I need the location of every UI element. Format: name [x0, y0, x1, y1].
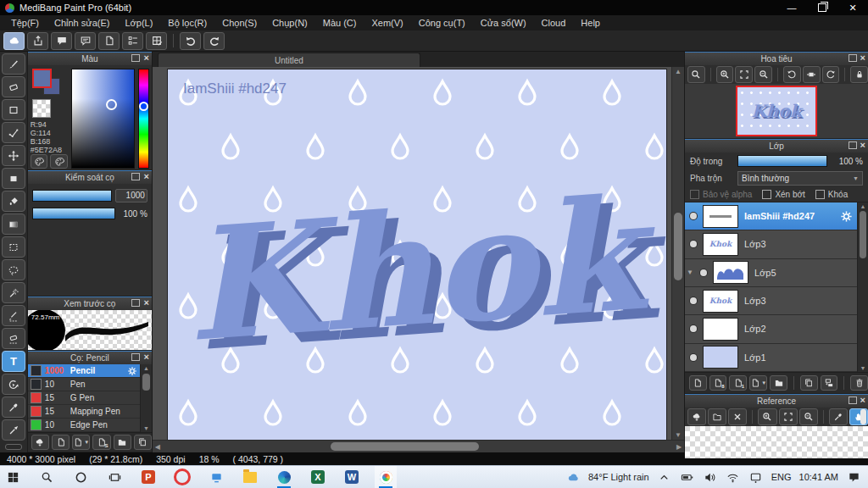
fit-window-button[interactable] — [779, 408, 798, 425]
scroll-up-icon[interactable]: ▲ — [143, 364, 149, 372]
popout-icon[interactable] — [849, 54, 857, 62]
checklist-button[interactable] — [122, 32, 143, 50]
protect-alpha-checkbox[interactable] — [690, 190, 699, 199]
clipping-checkbox[interactable] — [762, 190, 771, 199]
brush-row[interactable]: 15 G Pen — [28, 391, 140, 405]
language-indicator[interactable]: ENG — [771, 472, 792, 482]
brush-folder-button[interactable] — [114, 435, 131, 450]
search-button[interactable] — [36, 466, 58, 488]
zoom-reset-button[interactable] — [687, 66, 705, 83]
layer-visibility-dot[interactable] — [690, 354, 697, 361]
scroll-thumb[interactable] — [860, 211, 866, 258]
close-icon[interactable]: × — [143, 353, 148, 361]
document-button[interactable] — [98, 32, 120, 50]
menu-tools[interactable]: Công cụ(T) — [411, 16, 473, 30]
layer-list-scrollbar[interactable]: ▲ ▼ — [857, 202, 868, 372]
battery-button[interactable] — [680, 466, 695, 488]
horizontal-scrollbar[interactable]: ◀ ▶ — [153, 440, 684, 452]
select-eraser-tool[interactable] — [2, 328, 25, 349]
start-button[interactable] — [2, 466, 24, 488]
control-point-tool[interactable] — [2, 122, 25, 143]
scroll-down-icon[interactable]: ▼ — [143, 424, 149, 432]
duplicate-layer-button[interactable] — [800, 375, 818, 391]
scroll-left-icon[interactable]: ◀ — [153, 443, 163, 451]
volume-button[interactable] — [703, 466, 718, 488]
menu-file[interactable]: Tệp(F) — [3, 16, 47, 30]
scroll-thumb[interactable] — [674, 213, 682, 280]
redo-button[interactable] — [203, 32, 225, 50]
brush-tool[interactable] — [2, 53, 25, 75]
brush-row[interactable]: 10 Pen — [28, 378, 140, 391]
menu-select[interactable]: Chọn(S) — [214, 16, 264, 30]
taskbar-edge[interactable] — [273, 466, 295, 488]
close-icon[interactable]: × — [143, 299, 148, 307]
reference-scrollbar[interactable] — [860, 409, 866, 424]
menu-color[interactable]: Màu (C) — [315, 16, 364, 30]
cast-button[interactable] — [748, 466, 764, 488]
brush-size-value[interactable]: 1000 — [115, 189, 147, 202]
popout-icon[interactable] — [131, 173, 140, 180]
layer-opacity-slider[interactable] — [737, 155, 827, 167]
popout-icon[interactable] — [849, 396, 857, 404]
brush-row[interactable]: 1000 Pencil — [28, 364, 140, 378]
cortana-button[interactable] — [70, 466, 92, 488]
menu-view[interactable]: Xem(V) — [364, 16, 410, 30]
undo-button[interactable] — [180, 32, 201, 50]
zoom-out-button[interactable] — [799, 408, 818, 425]
eyedropper-tool[interactable] — [2, 396, 25, 418]
new-layer-button[interactable] — [689, 375, 707, 391]
comment-list-button[interactable] — [75, 32, 96, 50]
cloud-upload-button[interactable] — [687, 408, 706, 425]
brush-row[interactable]: 15 Mapping Pen — [28, 405, 140, 419]
reset-rotation-button[interactable] — [803, 66, 821, 83]
weather-button[interactable] — [565, 466, 581, 488]
select-tool[interactable] — [2, 236, 25, 258]
navigator-view[interactable]: Khok — [685, 84, 868, 138]
taskbar-opera[interactable] — [171, 466, 193, 488]
grid-edit-button[interactable] — [146, 32, 167, 50]
eyedropper-button[interactable] — [829, 408, 848, 425]
close-icon[interactable]: × — [860, 141, 865, 149]
hue-slider[interactable] — [138, 69, 149, 169]
lasso-tool[interactable] — [2, 259, 25, 280]
duplicate-brush-button[interactable] — [134, 435, 152, 450]
rotate-cw-button[interactable] — [822, 66, 840, 83]
select-pen-tool[interactable] — [2, 305, 25, 326]
transparent-color-swatch[interactable] — [32, 99, 51, 118]
move-tool[interactable] — [2, 145, 25, 166]
brush-list-scrollbar[interactable]: ▲ ▼ — [140, 364, 152, 432]
gear-icon[interactable] — [840, 210, 853, 223]
tray-overflow-button[interactable] — [657, 466, 672, 488]
popout-icon[interactable] — [131, 353, 140, 361]
hue-marker[interactable] — [139, 102, 148, 111]
comment-button[interactable] — [51, 32, 72, 50]
menu-snap[interactable]: Chụp(N) — [264, 16, 315, 30]
navigator-thumbnail[interactable]: Khok — [736, 86, 817, 136]
new-brush-button[interactable] — [52, 435, 70, 450]
new-folder-button[interactable] — [770, 375, 787, 391]
close-icon[interactable]: × — [860, 396, 865, 404]
fill-shape-tool[interactable] — [2, 168, 25, 189]
layer-row[interactable]: ▼ Lớp5 — [685, 259, 857, 287]
scroll-thumb[interactable] — [331, 442, 479, 451]
zoom-in-button[interactable] — [758, 408, 776, 425]
action-center-button[interactable] — [846, 466, 861, 488]
layer-row[interactable]: IamShiii #hd247 — [685, 202, 857, 230]
popout-icon[interactable] — [131, 299, 140, 307]
canvas[interactable]: Khok Khok IamShiii #hd247 — [167, 69, 667, 441]
palette-button[interactable] — [31, 154, 48, 169]
scroll-down-icon[interactable]: ▼ — [860, 364, 866, 372]
magic-wand-tool[interactable] — [2, 282, 25, 303]
taskbar-display[interactable] — [205, 466, 227, 488]
menu-cloud[interactable]: Cloud — [534, 16, 574, 30]
new-8bit-layer-button[interactable]: 8 — [709, 375, 727, 391]
close-icon[interactable]: × — [860, 54, 865, 62]
rotate-ccw-button[interactable] — [783, 66, 801, 83]
close-icon[interactable]: × — [143, 54, 148, 62]
clear-reference-button[interactable] — [728, 408, 747, 425]
taskbar-word[interactable]: W — [341, 466, 363, 488]
menu-filter[interactable]: Bộ lọc(R) — [160, 16, 214, 30]
open-folder-button[interactable] — [708, 408, 726, 425]
zoom-in-button[interactable] — [716, 66, 734, 83]
weather-text[interactable]: 84°F Light rain — [588, 472, 649, 482]
